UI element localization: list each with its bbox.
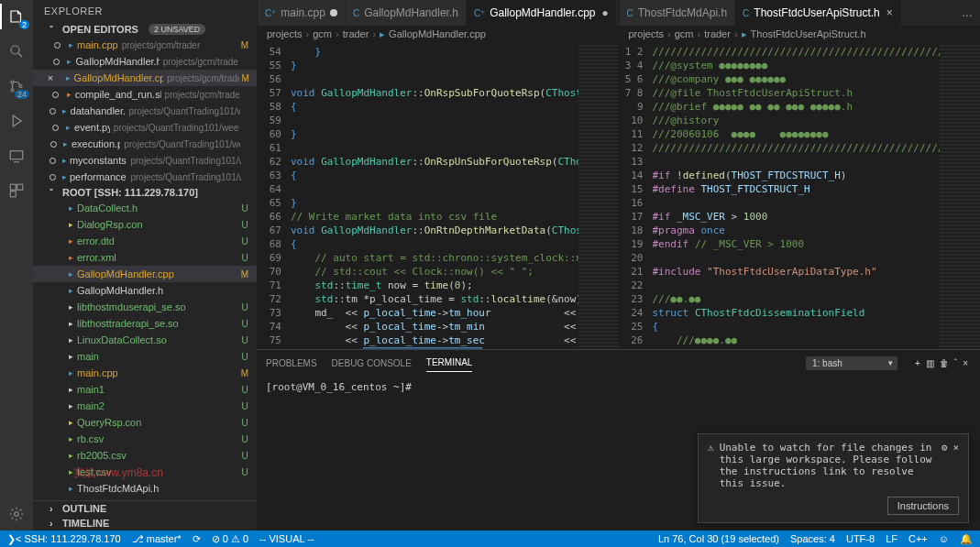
instructions-button[interactable]: Instructions [887, 497, 959, 515]
list-item[interactable]: ▸GallopMdHandler.h [33, 282, 257, 299]
panel-action-icon[interactable]: ▥ [923, 358, 937, 368]
gear-icon[interactable]: ⚙ [941, 442, 948, 454]
eol[interactable]: LF [886, 533, 897, 545]
source-control-icon[interactable]: 24 [7, 77, 26, 95]
panel: PROBLEMSDEBUG CONSOLETERMINAL 1: bash +▥… [257, 349, 980, 531]
remote-indicator[interactable]: ❯< SSH: 111.229.78.170 [7, 533, 121, 545]
sidebar: EXPLORER ˇOPEN EDITORS 2 UNSAVED ▸main.c… [33, 0, 257, 531]
list-item[interactable]: ▸rb2005.csvU [33, 447, 257, 464]
list-item[interactable]: ▸DialogRsp.conU [33, 216, 257, 233]
git-branch[interactable]: ⎇ master* [132, 533, 182, 545]
list-item[interactable]: ▸error.xmlU [33, 249, 257, 266]
cursor-position[interactable]: Ln 76, Col 30 (19 selected) [658, 533, 779, 545]
minimap[interactable] [940, 43, 980, 349]
encoding[interactable]: UTF-8 [846, 533, 875, 545]
list-item[interactable]: ▸test.csvU [33, 464, 257, 480]
panel-action-icon[interactable]: + [912, 358, 923, 368]
svg-point-0 [11, 46, 19, 54]
outline-section[interactable]: ›OUTLINE [33, 501, 257, 516]
indentation[interactable]: Spaces: 4 [790, 533, 835, 545]
open-editors-section[interactable]: ˇOPEN EDITORS 2 UNSAVED [33, 22, 257, 37]
problems[interactable]: ⊘ 0 ⚠ 0 [212, 533, 248, 545]
remote-icon[interactable] [7, 147, 26, 165]
tab[interactable]: C⁺GallopMdHandler.cpp● [467, 0, 617, 26]
tab[interactable]: C⁺main.cpp [258, 0, 346, 26]
crumb[interactable]: trader [704, 28, 731, 40]
settings-icon[interactable] [7, 505, 26, 523]
list-item[interactable]: ▸ThostFtdcMdApi.h [33, 480, 257, 497]
crumb[interactable]: GallopMdHandler.cpp [389, 28, 486, 40]
list-item[interactable]: ▸rb.csvU [33, 431, 257, 447]
panel-tab[interactable]: TERMINAL [426, 354, 473, 372]
files-icon[interactable]: 2 [7, 7, 26, 26]
list-item[interactable]: ▸myconstants.pyprojects/QuantTrading101/… [33, 152, 257, 169]
list-item[interactable]: ▸compile_and_run.shprojects/gcm/trader [33, 86, 257, 103]
list-item[interactable]: ▸main1U [33, 381, 257, 398]
editor-left: C⁺main.cppCGallopMdHandler.hC⁺GallopMdHa… [257, 0, 619, 349]
svg-point-1 [11, 81, 14, 83]
list-item[interactable]: ▸main.cppM [33, 365, 257, 381]
tab-action-icon[interactable]: … [962, 6, 973, 19]
feedback-icon[interactable]: ☺ [939, 533, 949, 545]
list-item[interactable]: ▸LinuxDataCollect.soU [33, 332, 257, 348]
close-icon[interactable]: × [885, 6, 893, 19]
debug-icon[interactable] [7, 112, 26, 130]
code-area[interactable]: ////////////////////////////////////////… [653, 43, 941, 349]
vim-mode: -- VISUAL -- [259, 533, 314, 544]
close-icon[interactable]: × [952, 442, 959, 454]
tab[interactable]: CThostFtdcUserApiStruct.h× [735, 0, 901, 26]
svg-rect-5 [10, 184, 16, 190]
panel-tab[interactable]: PROBLEMS [266, 355, 317, 372]
terminal[interactable]: [root@VM_0_16_centos ~]# ⚠ Unable to wat… [257, 376, 980, 531]
minimap[interactable] [578, 43, 619, 349]
list-item[interactable]: ▸datahandler.pyprojects/QuantTrading101/… [33, 103, 257, 119]
panel-action-icon[interactable]: 🗑 [937, 358, 952, 368]
tab[interactable]: CThostFtdcMdApi.h [620, 0, 736, 26]
list-item[interactable]: ▸GallopMdHandler.cppM [33, 266, 257, 282]
root-section[interactable]: ˇROOT [SSH: 111.229.78.170] [33, 185, 257, 200]
svg-point-2 [11, 89, 14, 92]
bell-icon[interactable]: 🔔 [960, 533, 973, 545]
extensions-icon[interactable] [7, 181, 26, 200]
breadcrumbs-left[interactable]: projects›gcm›trader›▸ GallopMdHandler.cp… [258, 26, 619, 43]
timeline-section[interactable]: ›TIMELINE [33, 516, 257, 531]
tabs-right: CThostFtdcMdApi.hCThostFtdcUserApiStruct… [620, 0, 981, 26]
terminal-select[interactable]: 1: bash [806, 356, 897, 370]
list-item[interactable]: ▸main2U [33, 398, 257, 414]
list-item[interactable]: ▸error.dtdU [33, 233, 257, 249]
sync-icon[interactable]: ⟳ [193, 533, 201, 545]
tab[interactable]: CGallopMdHandler.h [346, 0, 467, 26]
list-item[interactable]: ▸DataCollect.hU [33, 200, 257, 216]
list-item[interactable]: ▸GallopMdHandler.hprojects/gcm/trader [33, 53, 257, 70]
crumb[interactable]: gcm [675, 28, 694, 40]
search-icon[interactable] [7, 42, 26, 60]
list-item[interactable]: ▸mainU [33, 348, 257, 365]
list-item[interactable]: ▸QueryRsp.conU [33, 414, 257, 431]
breadcrumbs-right[interactable]: projects›gcm›trader›▸ ThostFtdcUserApiSt… [620, 26, 981, 43]
crumb[interactable]: gcm [313, 28, 332, 40]
crumb[interactable]: trader [343, 28, 369, 40]
list-item[interactable]: ▸libthostmduserapi_se.soU [33, 299, 257, 315]
crumb[interactable]: projects [629, 28, 665, 40]
editor-right: CThostFtdcMdApi.hCThostFtdcUserApiStruct… [619, 0, 981, 349]
svg-point-3 [19, 85, 22, 88]
panel-action-icon[interactable]: ˆ [952, 358, 960, 368]
language-mode[interactable]: C++ [908, 533, 928, 545]
crumb[interactable]: ThostFtdcUserApiStruct.h [751, 28, 866, 40]
explorer-title: EXPLORER [33, 0, 257, 22]
code-area[interactable]: } } void GallopMdHandler::OnRspSubForQuo… [291, 43, 578, 349]
svg-rect-4 [10, 151, 23, 159]
close-icon[interactable]: ● [600, 6, 609, 19]
list-item[interactable]: ▸performance.pyprojects/QuantTrading101/… [33, 169, 257, 185]
list-item[interactable]: ▸main.cppprojects/gcm/traderM [33, 37, 257, 53]
panel-action-icon[interactable]: × [960, 358, 971, 368]
svg-rect-6 [17, 184, 23, 190]
list-item[interactable]: ▸execution.pyprojects/QuantTrading101/we… [33, 136, 257, 152]
svg-rect-7 [10, 191, 16, 197]
crumb[interactable]: projects [267, 28, 303, 40]
gutter: 54 55 56 57 58 59 60 61 62 63 64 65 66 6… [258, 43, 291, 349]
list-item[interactable]: ▸libthosttraderapi_se.soU [33, 315, 257, 332]
panel-tab[interactable]: DEBUG CONSOLE [332, 355, 412, 372]
list-item[interactable]: ▸event.pyprojects/QuantTrading101/week3 [33, 119, 257, 136]
list-item[interactable]: ×▸GallopMdHandler.cppprojects/gcm/trader… [33, 70, 257, 86]
